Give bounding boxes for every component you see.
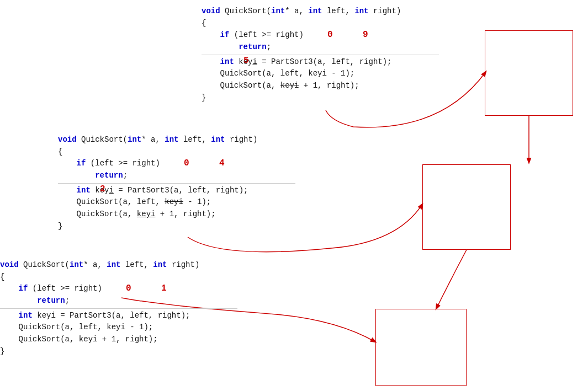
cb1-line-sig: void QuickSort(int* a, int left, int rig… — [202, 6, 439, 18]
cb3-line-qs2: QuickSort(a, keyi + 1, right); — [0, 334, 237, 346]
cb3-line-keyi: int keyi = PartSort3(a, left, right); — [0, 310, 237, 322]
cb1-line-open: { — [202, 18, 439, 30]
code-block-3: void QuickSort(int* a, int left, int rig… — [0, 259, 237, 358]
cb2-line-open: { — [58, 146, 295, 158]
box3 — [375, 309, 467, 386]
box1 — [485, 30, 573, 116]
cb3-num-0: 0 — [126, 282, 131, 296]
cb1-line-qs2: QuickSort(a, keyi + 1, right); — [202, 80, 439, 92]
cb2-num-4: 4 — [219, 157, 225, 170]
cb1-num-5: 5 — [243, 54, 249, 68]
cb3-line-sig: void QuickSort(int* a, int left, int rig… — [0, 259, 237, 271]
cb3-line-close: } — [0, 346, 237, 358]
cb3-line-qs1: QuickSort(a, left, keyi - 1); — [0, 322, 237, 334]
cb3-line-return: return; — [0, 295, 237, 307]
cb2-num-2: 2 — [100, 183, 105, 196]
cb1-num-9: 9 — [363, 28, 368, 42]
cb2-line-qs1: QuickSort(a, left, keyi - 1); — [58, 196, 295, 208]
cb2-num-0: 0 — [184, 157, 189, 170]
cb3-line-if: if (left >= right) 0 1 — [0, 283, 237, 295]
cb1-line-qs1: QuickSort(a, left, keyi - 1); — [202, 68, 439, 80]
cb3-line-open: { — [0, 271, 237, 283]
code-block-2: void QuickSort(int* a, int left, int rig… — [58, 134, 295, 233]
cb2-line-sig: void QuickSort(int* a, int left, int rig… — [58, 134, 295, 146]
cb2-line-keyi: int keyi = PartSort3(a, left, right); 2 — [58, 185, 295, 197]
cb2-line-if: if (left >= right) 0 4 — [58, 158, 295, 170]
cb1-line-return: return; — [202, 41, 439, 53]
code-block-1: void QuickSort(int* a, int left, int rig… — [202, 6, 439, 104]
cb3-num-1: 1 — [161, 282, 167, 296]
cb2-line-return: return; — [58, 170, 295, 182]
cb1-num-0: 0 — [327, 28, 333, 42]
cb1-line-close: } — [202, 92, 439, 104]
cb1-line-keyi: int keyi = PartSort3(a, left, right); 5 — [202, 56, 439, 68]
box2 — [422, 164, 511, 250]
cb2-line-qs2: QuickSort(a, keyi + 1, right); — [58, 208, 295, 221]
cb2-line-close: } — [58, 221, 295, 233]
cb1-line-if: if (left >= right) 0 9 — [202, 29, 439, 41]
